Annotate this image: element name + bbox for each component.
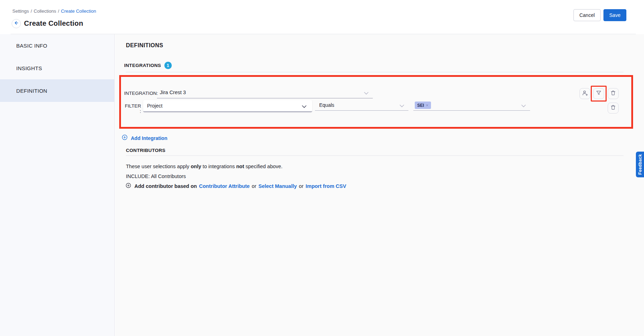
integrations-label: INTEGRATIONS (124, 63, 161, 68)
integration-select[interactable]: Jira Crest 3 (157, 87, 373, 98)
integration-select-value: Jira Crest 3 (157, 90, 186, 95)
delete-integration-button[interactable] (608, 88, 619, 99)
definitions-section-title: DEFINITIONS (126, 42, 163, 49)
filter-field-select-value: Project (143, 103, 163, 109)
feedback-tab-label: Feedback (638, 154, 643, 175)
person-add-icon (582, 90, 588, 98)
filter-label: FILTER : (122, 103, 141, 114)
page-title: Create Collection (24, 19, 83, 28)
integrations-divider (126, 72, 624, 72)
filter-operator-select-value: Equals (315, 102, 334, 108)
sidebar: BASIC INFO INSIGHTS DEFINITION (0, 34, 115, 336)
note-text: These user selections apply (126, 164, 191, 169)
contributor-attribute-link[interactable]: Contributor Attribute (199, 183, 250, 189)
filter-values-multiselect[interactable]: SEI × (413, 100, 530, 111)
sidebar-item-basic-info[interactable]: BASIC INFO (0, 34, 114, 57)
add-contributor-row: Add contributor based on Contributor Att… (126, 183, 346, 189)
create-collection-page: Settings / Collections / Create Collecti… (0, 0, 644, 336)
filter-value-chip-label: SEI (417, 103, 424, 108)
breadcrumb-separator: / (31, 8, 32, 14)
delete-filter-button[interactable] (608, 103, 619, 114)
contributors-note: These user selections apply only to inte… (126, 164, 282, 169)
plus-circle-icon (122, 134, 128, 142)
sidebar-item-definition[interactable]: DEFINITION (0, 79, 114, 102)
add-integration-label: Add Integration (131, 135, 167, 141)
filter-value-chip: SEI × (415, 102, 431, 109)
back-arrow-icon (14, 20, 19, 27)
breadcrumb-settings[interactable]: Settings (12, 8, 29, 14)
save-button[interactable]: Save (603, 9, 626, 21)
cancel-button[interactable]: Cancel (573, 9, 601, 21)
chevron-down-icon (400, 102, 404, 109)
trash-icon (610, 104, 616, 112)
chip-remove-icon[interactable]: × (426, 103, 429, 108)
import-from-csv-link[interactable]: Import from CSV (305, 183, 346, 189)
integration-label: INTEGRATION: (124, 91, 158, 96)
note-text-bold: only (191, 164, 201, 169)
plus-circle-icon (126, 183, 131, 189)
select-manually-link[interactable]: Select Manually (259, 183, 297, 189)
chevron-down-icon (521, 102, 526, 109)
contributors-section-title: CONTRIBUTORS (126, 148, 165, 153)
breadcrumb-separator: / (58, 8, 59, 14)
chevron-down-icon (364, 90, 369, 96)
filter-field-select[interactable]: Project (143, 100, 312, 112)
manage-users-button[interactable] (579, 88, 590, 99)
include-contributors-line: INCLUDE: All Contributors (126, 173, 186, 179)
breadcrumb: Settings / Collections / Create Collecti… (12, 8, 96, 14)
add-integration-button[interactable]: Add Integration (122, 134, 167, 142)
note-text-bold: not (236, 164, 244, 169)
sidebar-item-insights[interactable]: INSIGHTS (0, 57, 114, 79)
filter-button[interactable] (593, 88, 604, 99)
note-text: to integrations (201, 164, 236, 169)
filter-operator-select[interactable]: Equals (315, 100, 408, 111)
trash-icon (610, 90, 616, 97)
feedback-tab[interactable]: Feedback (636, 152, 644, 177)
integrations-count-badge: 1 (164, 62, 172, 69)
filter-funnel-icon (596, 90, 602, 97)
page-header: Settings / Collections / Create Collecti… (0, 0, 644, 34)
or-text: or (299, 183, 304, 189)
back-button[interactable] (12, 19, 21, 28)
breadcrumb-create-collection[interactable]: Create Collection (61, 8, 96, 14)
note-text: specified above. (244, 164, 282, 169)
chevron-down-icon (302, 103, 306, 109)
contributors-divider (126, 155, 624, 156)
integrations-header: INTEGRATIONS 1 (124, 62, 172, 69)
add-contributor-prefix: Add contributor based on (134, 183, 197, 189)
or-text: or (252, 183, 256, 189)
breadcrumb-collections[interactable]: Collections (34, 8, 56, 14)
